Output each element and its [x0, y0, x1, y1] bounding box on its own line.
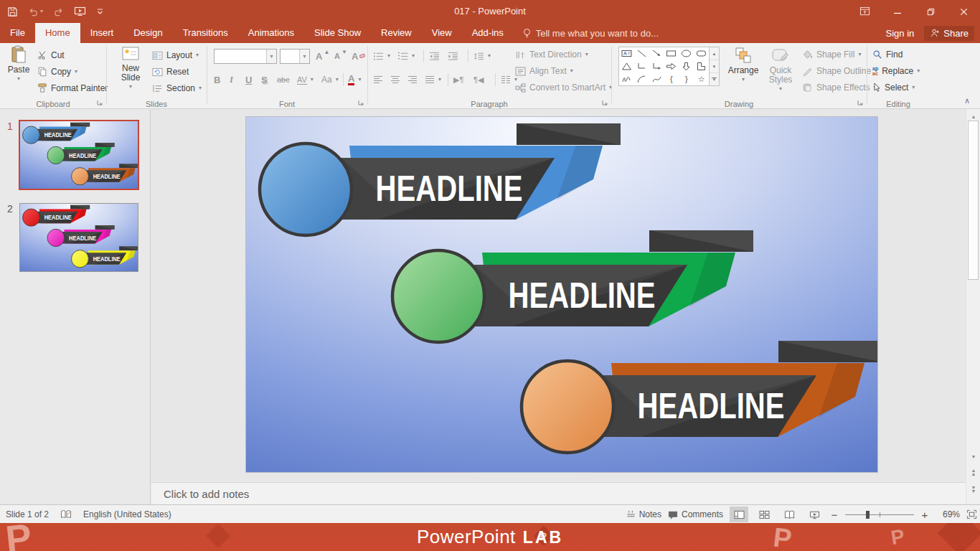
- tab-animations[interactable]: Animations: [238, 23, 304, 43]
- decrease-indent-button[interactable]: [429, 48, 440, 64]
- next-slide-button[interactable]: ▼▼: [966, 484, 980, 495]
- zoom-slider-thumb[interactable]: [866, 511, 870, 519]
- shape-oval-icon[interactable]: [679, 47, 694, 60]
- find-button[interactable]: Find: [872, 47, 903, 62]
- align-center-button[interactable]: [390, 72, 400, 88]
- paste-button[interactable]: Paste ▾: [4, 45, 33, 82]
- shapes-scroll-up[interactable]: ▲: [710, 47, 719, 60]
- shapes-scroll-down[interactable]: ▼: [710, 60, 719, 73]
- convert-to-smartart-button[interactable]: Convert to SmartArt ▾: [515, 80, 612, 95]
- scroll-down-button[interactable]: ▼: [966, 451, 980, 462]
- justify-button[interactable]: ▾: [425, 72, 441, 88]
- font-size-combobox[interactable]: ▾: [280, 49, 310, 64]
- tab-design[interactable]: Design: [123, 23, 172, 43]
- italic-button[interactable]: I: [230, 72, 233, 88]
- shape-textbox-icon[interactable]: [619, 47, 634, 60]
- cut-button[interactable]: Cut: [37, 47, 65, 63]
- shape-arc-icon[interactable]: [634, 72, 649, 85]
- shape-star-icon[interactable]: ☆: [694, 72, 709, 85]
- shape-left-brace-icon[interactable]: {: [664, 72, 679, 85]
- align-right-button[interactable]: [407, 72, 418, 88]
- zoom-out-button[interactable]: −: [830, 509, 839, 521]
- character-spacing-button[interactable]: AV ▾: [297, 72, 314, 88]
- bullets-button[interactable]: ▾: [373, 48, 390, 64]
- right-to-left-button[interactable]: ¶◀: [473, 72, 484, 88]
- align-text-button[interactable]: Align Text ▾: [515, 63, 573, 79]
- shape-down-arrow-icon[interactable]: [679, 60, 694, 73]
- slide-thumbnail-2[interactable]: HEADLINEHEADLINEHEADLINE: [19, 203, 138, 272]
- scrollbar-thumb[interactable]: [968, 121, 979, 280]
- section-button[interactable]: Section ▾: [152, 80, 202, 96]
- bold-button[interactable]: B: [214, 72, 220, 88]
- reset-button[interactable]: Reset: [152, 64, 189, 80]
- shape-line-icon[interactable]: [634, 47, 649, 60]
- shape-triangle-icon[interactable]: [619, 60, 634, 73]
- font-color-button[interactable]: A ▾: [348, 72, 361, 88]
- align-left-button[interactable]: [373, 72, 383, 88]
- slide-canvas[interactable]: HEADLINEHEADLINEHEADLINE: [246, 117, 877, 472]
- clear-formatting-button[interactable]: A: [352, 48, 365, 64]
- numbering-button[interactable]: ▾: [397, 48, 415, 64]
- spell-check-icon[interactable]: [60, 509, 72, 519]
- text-direction-button[interactable]: Text Direction ▾: [515, 47, 588, 62]
- shape-right-brace-icon[interactable]: }: [679, 72, 694, 85]
- shape-scribble-icon[interactable]: [619, 72, 634, 85]
- notes-toggle[interactable]: Notes: [626, 509, 661, 519]
- underline-button[interactable]: U: [245, 72, 252, 88]
- line-spacing-button[interactable]: ▾: [473, 48, 491, 64]
- new-slide-button[interactable]: New Slide ▾: [113, 45, 148, 90]
- shape-elbow-arrow-icon[interactable]: [649, 60, 664, 73]
- collapse-ribbon-button[interactable]: ∧: [964, 96, 970, 105]
- shape-elbow-icon[interactable]: [634, 60, 649, 73]
- comments-toggle[interactable]: Comments: [668, 509, 723, 519]
- replace-button[interactable]: ab ac Replace ▾: [872, 63, 920, 79]
- tab-home[interactable]: Home: [35, 23, 80, 43]
- copy-button[interactable]: Copy ▾: [37, 64, 77, 80]
- slide-thumbnail-1[interactable]: HEADLINEHEADLINEHEADLINE: [19, 120, 139, 190]
- normal-view-button[interactable]: [730, 507, 748, 522]
- layout-button[interactable]: Layout ▾: [152, 47, 199, 63]
- shape-right-arrow-icon[interactable]: [664, 60, 679, 73]
- sign-in-link[interactable]: Sign in: [886, 28, 915, 39]
- zoom-level[interactable]: 69%: [936, 509, 960, 519]
- drawing-dialog-launcher[interactable]: [857, 100, 864, 106]
- quick-styles-button[interactable]: Quick Styles ▾: [763, 46, 798, 92]
- reading-view-button[interactable]: [780, 507, 798, 522]
- font-dialog-launcher[interactable]: [358, 100, 364, 106]
- font-name-combobox[interactable]: ▾: [214, 49, 277, 64]
- tab-review[interactable]: Review: [371, 23, 422, 43]
- tab-view[interactable]: View: [422, 23, 462, 43]
- restore-button[interactable]: [914, 0, 947, 23]
- shape-arrow-icon[interactable]: [649, 47, 664, 60]
- tell-me-box[interactable]: Tell me what you want to do...: [514, 23, 667, 43]
- slide-show-view-button[interactable]: [805, 507, 824, 522]
- tab-add-ins[interactable]: Add-ins: [462, 23, 514, 43]
- tab-file[interactable]: File: [0, 23, 35, 43]
- left-to-right-button[interactable]: ▶¶: [453, 72, 463, 88]
- share-button[interactable]: Share: [924, 26, 974, 41]
- minimize-button[interactable]: [881, 0, 914, 23]
- notes-pane[interactable]: Click to add notes: [151, 482, 966, 504]
- shape-rounded-rectangle-icon[interactable]: [694, 47, 709, 60]
- text-shadow-button[interactable]: S: [261, 72, 268, 88]
- strikethrough-button[interactable]: abc: [277, 72, 290, 88]
- zoom-slider[interactable]: [845, 509, 914, 519]
- shape-rectangle-icon[interactable]: [664, 47, 679, 60]
- format-painter-button[interactable]: Format Painter: [37, 80, 108, 96]
- zoom-in-button[interactable]: +: [920, 509, 929, 521]
- change-case-button[interactable]: Aa ▾: [321, 72, 339, 88]
- slide-sorter-view-button[interactable]: [755, 507, 773, 522]
- shape-curve-icon[interactable]: [649, 72, 664, 85]
- shape-corner-icon[interactable]: [694, 60, 709, 73]
- shape-fill-button[interactable]: Shape Fill ▾: [802, 47, 861, 62]
- shapes-more-button[interactable]: ▼: [710, 73, 719, 85]
- increase-indent-button[interactable]: [448, 48, 458, 64]
- paragraph-dialog-launcher[interactable]: [602, 100, 608, 106]
- clipboard-dialog-launcher[interactable]: [97, 100, 103, 106]
- shape-effects-button[interactable]: Shape Effects ▾: [802, 80, 877, 95]
- tab-slide-show[interactable]: Slide Show: [304, 23, 371, 43]
- previous-slide-button[interactable]: ▲▲: [966, 466, 980, 478]
- close-button[interactable]: [947, 0, 980, 23]
- tab-transitions[interactable]: Transitions: [173, 23, 238, 43]
- language-indicator[interactable]: English (United States): [83, 509, 171, 519]
